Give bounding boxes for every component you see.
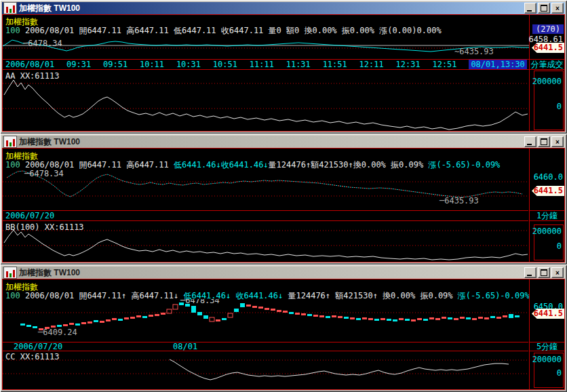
volume-scale-min: 0 [557,241,562,251]
panel-axis-label: 1分鐘 [530,210,564,221]
chart-window-1min: 加權指數 TW100 × 加權指數 100 2006/08/01 開6447.1… [0,134,567,264]
maximize-button[interactable] [538,267,550,278]
volume-scale-max: 200000 [532,77,562,86]
tick-count-badge: (270) [532,24,564,34]
title-bar[interactable]: 加權指數 TW100 × [2,2,565,14]
app-icon[interactable] [3,2,17,14]
title-bar[interactable]: 加權指數 TW100 × [2,267,565,279]
window-content: 加權指數 100 2006/08/01 開6447.11 高6447.11 低6… [2,14,565,132]
last-price-tag: 6441.5 [532,43,564,53]
svg-text:~6435.93: ~6435.93 [454,47,494,56]
indicator-label: CC XX:61113 [5,352,59,361]
svg-text:─6435.93: ─6435.93 [439,196,479,205]
minimize-button[interactable] [524,3,536,14]
svg-text:─6478.34: ─6478.34 [22,39,62,48]
last-price-tag: 6441.5 [532,186,564,196]
volume-scale-min: 0 [557,368,562,378]
window-title: 加權指數 TW100 [19,267,80,279]
svg-text:─6478.34: ─6478.34 [180,299,220,305]
price-scale-value: 6460.0 [534,172,563,182]
close-button[interactable]: × [551,267,564,278]
window-content: 加權指數 100 2006/08/01 開6447.11↑ 高6447.11↓ … [2,279,565,390]
minimize-button[interactable] [524,267,536,278]
minimize-icon [527,275,532,276]
volume-scale-max: 200000 [532,227,562,236]
window-content: 加權指數 100 2006/08/01 開6447.11 高6447.11 低6… [2,148,565,262]
maximize-button[interactable] [538,3,550,14]
price-chart-tick[interactable]: ─6478.34~6435.93 [3,35,530,58]
svg-text:─6409.24: ─6409.24 [37,328,77,337]
maximize-icon [541,5,547,12]
price-chart-5min-candles[interactable]: ─6478.34─6409.24 [3,299,528,342]
date-axis: 2006/07/20 08/01 [3,342,528,351]
minimize-icon [527,10,532,12]
chart-window-5min: 加權指數 TW100 × 加權指數 100 2006/08/01 開6447.1… [0,264,567,392]
right-scale-panel: (270) 6458.61 6441.5 分筆成交 200000 0 [529,15,564,131]
close-icon: × [555,138,560,146]
minimize-icon [527,144,532,145]
indicator-label: BB(100) XX:61113 [5,222,84,232]
high-value: 6458.61 [528,35,563,44]
close-icon: × [555,269,560,277]
right-scale-panel: 6450.0 6441.5 5分鐘 200000 0 [529,279,564,389]
time-axis: 2006/08/0109:3109:5110:1110:3110:5111:11… [3,59,530,70]
maximize-icon [541,269,547,276]
volume-scale-box: 200000 0 [534,71,564,130]
maximize-button[interactable] [538,136,550,147]
volume-scale-min: 0 [557,102,562,111]
date-axis-start: 2006/07/20 [5,211,54,220]
chart-window-tick: 加權指數 TW100 × 加權指數 100 2006/08/01 開6447.1… [0,0,567,134]
svg-text:─6478.34: ─6478.34 [24,169,64,178]
maximize-icon [541,138,547,145]
right-scale-panel: 6460.0 6441.5 1分鐘 200000 0 [529,149,564,262]
app-icon[interactable] [3,136,17,148]
panel-axis-label: 5分鐘 [530,342,564,351]
volume-scale-max: 200000 [532,355,562,364]
date-axis-start: 2006/07/20 [14,342,62,351]
close-icon: × [555,5,560,12]
last-price-tag: 6441.5 [532,309,564,319]
indicator-label: AA XX:61113 [5,71,59,81]
indicator-chart-cc[interactable] [3,353,528,389]
window-title: 加權指數 TW100 [19,136,80,148]
date-axis-mid: 08/01 [173,342,197,351]
app-icon[interactable] [3,267,17,279]
title-bar[interactable]: 加權指數 TW100 × [2,136,565,148]
window-title: 加權指數 TW100 [19,3,80,14]
date-axis: 2006/07/20 [3,210,528,221]
desktop: { "colors":{"border_red":"#bf0000","grid… [0,0,567,392]
price-chart-1min[interactable]: ─6478.34─6435.93 [3,169,528,210]
minimize-button[interactable] [524,136,536,147]
indicator-chart-aa[interactable] [3,71,530,131]
panel-axis-label: 分筆成交 [530,59,564,70]
volume-scale-box: 200000 0 [534,224,564,260]
volume-scale-box: 200000 0 [534,353,564,388]
close-button[interactable]: × [551,136,564,147]
close-button[interactable]: × [551,3,564,14]
